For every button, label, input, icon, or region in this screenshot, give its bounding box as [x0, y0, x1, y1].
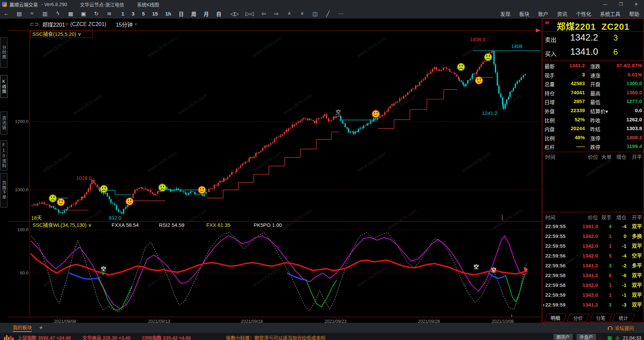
tick-row[interactable]: 22:59:561342.05-4空平: [543, 251, 643, 261]
tick-volume: 3: [598, 300, 612, 310]
index-上证指数[interactable]: 上证指数 3592.47 +24.00: [18, 333, 71, 340]
order-board-icon[interactable]: ▦: [68, 10, 74, 17]
watermark: www.cfchi.com: [281, 208, 313, 231]
tick-row[interactable]: 22:59:551341.04-4双平: [543, 221, 643, 231]
short-signal-label: 空: [101, 266, 106, 272]
bid-row[interactable]: 买入 1341.0 6: [543, 47, 643, 59]
index-文华商品[interactable]: 文华商品 225.30 +3.40: [83, 333, 131, 340]
column-header: 开平: [626, 214, 643, 221]
tick-flash-icon[interactable]: ϟ: [55, 10, 61, 17]
watermark: www.cfchi.com: [146, 150, 178, 173]
refresh-icon[interactable]: ↻: [93, 10, 99, 17]
more-icon[interactable]: ⋯: [338, 10, 344, 17]
tick-oi-change: -1: [612, 241, 626, 251]
button-外盘户[interactable]: 外盘户: [577, 334, 596, 340]
period-button-自[interactable]: 自: [216, 10, 221, 17]
layout-split-icon[interactable]: ◫: [312, 10, 318, 17]
tick-row[interactable]: 22:59:551342.01-1双平: [543, 241, 643, 251]
sidebar-tab-K线图[interactable]: K线图: [0, 75, 7, 98]
menu-个性化[interactable]: 个性化: [576, 10, 591, 17]
candle-chart-icon[interactable]: ▥: [42, 10, 48, 17]
sidebar-tab-F10资料[interactable]: F10资料: [0, 140, 7, 171]
report-table-icon[interactable]: ▤: [16, 10, 22, 17]
menu-系统工具[interactable]: 系统工具: [600, 10, 620, 17]
detail-tab-明细[interactable]: 明细: [544, 314, 567, 322]
period-button-周[interactable]: 周: [191, 10, 196, 17]
draw-line-icon[interactable]: ╱: [325, 10, 331, 17]
tick-row[interactable]: 22:59:581342.01-1双平: [543, 280, 643, 290]
tick-row[interactable]: 22:59:591342.01-1双平: [543, 290, 643, 300]
period-button-1h[interactable]: 1h: [165, 11, 171, 17]
ask-row[interactable]: 卖出 1342.2 3: [543, 32, 643, 45]
menu-帮助[interactable]: 帮助: [629, 10, 639, 17]
back-icon[interactable]: ←: [3, 10, 9, 17]
detail-tab-分笔[interactable]: 分笔: [590, 314, 612, 322]
tick-row[interactable]: 22:59:581341.26-6双平: [543, 270, 643, 280]
sidebar-tab-页面下单[interactable]: 页面下单: [0, 173, 7, 208]
date-axis-label: 2021/10/08: [491, 319, 513, 323]
menu-板块[interactable]: 板块: [519, 10, 529, 17]
pan-left-icon[interactable]: ⇦: [261, 10, 267, 17]
period-button-日[interactable]: 日: [179, 10, 184, 17]
quote-label: 比例: [545, 135, 555, 142]
headset-icon: [607, 325, 613, 330]
menu-system-kline[interactable]: 系统K线图: [137, 1, 159, 8]
price-axis-label: 1000.0: [15, 187, 28, 192]
trend-line-chart-icon[interactable]: ≈: [29, 10, 35, 17]
smile-signal-icon: [57, 198, 65, 206]
tick-row[interactable]: ›22:59:591341.23-3双平: [543, 300, 643, 310]
overlay-curve-icon[interactable]: ≋: [106, 10, 112, 17]
menu-发现[interactable]: 发现: [500, 10, 510, 17]
expand-bars-icon[interactable]: ▷◁: [246, 10, 254, 17]
page-down-icon[interactable]: »: [299, 10, 305, 17]
tick-table[interactable]: 22:59:551341.04-4双平22:59:551342.010多换22:…: [543, 221, 643, 310]
quote-value: 1360.0: [605, 90, 642, 95]
period-button-1[interactable]: 1: [121, 11, 124, 17]
index-ticker-group: 上证指数 3592.47 +24.00文华商品 225.30 +3.40CRB指…: [18, 333, 202, 340]
price-chart[interactable]: www.cfchi.comwww.cfchi.comwww.cfchi.comw…: [7, 19, 543, 323]
sidebar-tab-资讯链[interactable]: 资讯链: [0, 112, 7, 135]
edu-tip-link[interactable]: 投教小科普：期货浮亏可以适当加仓拉低成本吗: [226, 333, 325, 340]
period-button-3[interactable]: 3: [132, 11, 134, 17]
price-axis-label: 1200.0: [15, 119, 28, 124]
detail-tab-统计[interactable]: 统计: [612, 314, 635, 322]
page-up-icon[interactable]: «: [286, 10, 293, 17]
period-button-15[interactable]: 15: [152, 11, 158, 17]
period-button-5[interactable]: 5: [142, 11, 145, 17]
tick-oi-change: -2: [612, 261, 626, 270]
big-order-table-header: 时间价位大单增仓开平: [543, 153, 643, 161]
forum-ask-button[interactable]: 论坛提问: [607, 324, 634, 331]
main-toolbar: ←▤≈▥ϟ▦▣↻≋ 135151h日周月自 ◁▷▷◁⇦⇨«»◫╱⋯ 发现板块账户…: [0, 8, 644, 19]
period-button-月[interactable]: 月: [204, 10, 209, 17]
minimize-button[interactable]: —: [597, 0, 613, 8]
menu-cloud-node[interactable]: 文华云节点-浙江电信: [80, 1, 124, 8]
quote-row: 总量42583开盘1300.0: [543, 79, 643, 88]
tick-row[interactable]: 22:59:551342.010多换: [543, 231, 643, 241]
pan-right-icon[interactable]: ⇨: [274, 10, 280, 17]
compress-bars-icon[interactable]: ◁▷: [230, 10, 239, 17]
short-signal-label: 空: [474, 264, 479, 270]
menu-账户[interactable]: 账户: [538, 10, 548, 17]
index-CRB指数[interactable]: CRB指数 235.42 +4.00: [142, 333, 191, 340]
tab-my-boards[interactable]: 我的板块: [13, 324, 32, 332]
watermark: www.cfchi.com: [72, 93, 103, 116]
menu-资讯[interactable]: 资讯: [557, 10, 567, 17]
tick-oi-change: -3: [612, 300, 626, 310]
column-header: 时间: [543, 153, 574, 160]
quote-value: 1199.4: [605, 143, 642, 149]
add-board-button[interactable]: +: [39, 324, 43, 332]
smile-signal-icon: [475, 77, 483, 84]
save-icon[interactable]: ▣: [80, 10, 87, 17]
quote-label: 最新: [545, 63, 555, 70]
keyboard-icon[interactable]: ▦: [607, 333, 612, 340]
watermark: www.cfchi.com: [177, 93, 208, 116]
tick-row[interactable]: 22:59:561341.23-2多平: [543, 261, 643, 270]
close-button[interactable]: ✕: [628, 0, 644, 8]
sidebar-tab-分时图[interactable]: 分时图: [0, 37, 7, 68]
restore-button[interactable]: ❐: [613, 0, 628, 8]
detail-tab-分价[interactable]: 分价: [567, 314, 589, 322]
watermark: www.cfchi.com: [491, 208, 523, 231]
tick-price: 1341.2: [574, 300, 598, 310]
column-header: 增仓: [612, 153, 626, 160]
button-期货户[interactable]: 期货户: [553, 334, 573, 340]
